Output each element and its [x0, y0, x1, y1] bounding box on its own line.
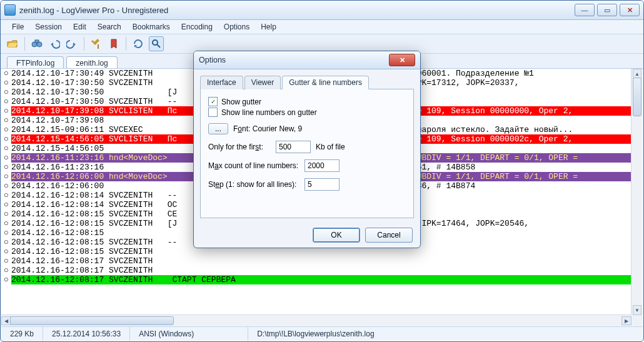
menu-bookmarks[interactable]: Bookmarks — [128, 21, 175, 33]
statusbar: 229 Kb 25.12.2014 10:56:33 ANSI (Windows… — [1, 326, 643, 341]
checkbox-icon[interactable] — [208, 97, 218, 106]
bullet-icon: ○ — [1, 209, 11, 219]
menu-encoding[interactable]: Encoding — [176, 21, 218, 33]
bullet-icon: ○ — [1, 106, 11, 116]
horizontal-scrollbar[interactable]: ◀ ▶ — [1, 314, 631, 326]
menu-search[interactable]: Search — [93, 21, 126, 33]
dialog-close-button[interactable]: ✕ — [389, 54, 415, 66]
log-line[interactable]: ○2014.12.16-12:08:17 SVCZENITH — [1, 256, 631, 266]
ok-button[interactable]: OK — [313, 228, 360, 243]
scroll-right-icon[interactable]: ▶ — [621, 316, 631, 325]
svg-rect-2 — [35, 40, 39, 43]
bullet-icon: ○ — [1, 181, 11, 191]
dialog-titlebar: Options ✕ — [194, 51, 420, 69]
dialog-body: InterfaceViewerGutter & line numbers Sho… — [194, 69, 420, 223]
options-tabs: InterfaceViewerGutter & line numbers — [200, 75, 414, 89]
show-gutter-label: Show gutter — [221, 98, 261, 106]
bullet-icon: ○ — [1, 134, 11, 144]
status-path: D:\tmp\!LB\logviewerplus\zenith.log — [248, 327, 643, 341]
refresh-icon[interactable] — [131, 37, 145, 51]
bullet-icon: ○ — [1, 266, 11, 275]
svg-point-4 — [153, 40, 158, 45]
bullet-icon: ○ — [1, 238, 11, 247]
toolbar-separator — [24, 37, 25, 51]
binoculars-icon[interactable] — [30, 37, 44, 51]
scroll-down-icon[interactable]: ▼ — [633, 305, 641, 315]
bullet-icon: ○ — [1, 153, 11, 163]
maximize-button[interactable]: ▭ — [597, 4, 617, 16]
step-label: Step (1: show for all lines): — [208, 180, 299, 189]
log-line[interactable]: ○2014.12.16-12:08:15 SVCZENITH — [1, 247, 631, 256]
minimize-button[interactable]: — — [575, 4, 595, 16]
bullet-icon: ○ — [1, 78, 11, 88]
bullet-icon: ○ — [1, 116, 11, 125]
step-input[interactable] — [304, 178, 340, 191]
bullet-icon: ○ — [1, 275, 11, 284]
only-first-label: Only for the first: — [208, 143, 271, 151]
scroll-thumb[interactable] — [633, 78, 641, 116]
scroll-thumb[interactable] — [10, 316, 174, 325]
menu-file[interactable]: File — [7, 21, 29, 33]
max-count-label: Max count of line numbers: — [208, 161, 299, 170]
bullet-icon: ○ — [1, 144, 11, 153]
menu-edit[interactable]: Edit — [68, 21, 91, 33]
dialog-title: Options — [199, 56, 389, 64]
cancel-button[interactable]: Cancel — [365, 228, 413, 243]
max-count-input[interactable] — [304, 159, 340, 172]
document-tab[interactable]: zenith.log — [66, 56, 117, 69]
menu-session[interactable]: Session — [30, 21, 67, 33]
bullet-icon: ○ — [1, 69, 11, 78]
svg-rect-3 — [98, 44, 99, 49]
log-line[interactable]: ○2014.12.16-12:08:17 SVCZENITH — [1, 266, 631, 275]
close-button[interactable]: ✕ — [620, 4, 640, 16]
document-tab[interactable]: FTPinfo.log — [7, 56, 64, 69]
main-window: zenith.log - LogViewer Pro - Unregistere… — [0, 0, 644, 342]
scroll-corner — [631, 315, 643, 326]
options-panel: Show gutter Show line numbers on gutter … — [200, 89, 414, 218]
bullet-icon: ○ — [1, 200, 11, 209]
show-line-numbers-label: Show line numbers on gutter — [221, 108, 317, 117]
bullet-icon: ○ — [1, 97, 11, 106]
titlebar: zenith.log - LogViewer Pro - Unregistere… — [1, 1, 643, 20]
options-tab[interactable]: Interface — [200, 76, 243, 89]
open-icon[interactable] — [6, 37, 19, 51]
bullet-icon: ○ — [1, 88, 11, 97]
vertical-scrollbar[interactable]: ▲ ▼ — [631, 69, 643, 315]
redo-icon[interactable] — [65, 37, 79, 51]
font-button[interactable]: ... — [208, 123, 228, 134]
only-first-input[interactable] — [276, 141, 311, 153]
menu-help[interactable]: Help — [256, 21, 281, 33]
bullet-icon: ○ — [1, 219, 11, 228]
filter-icon[interactable] — [149, 36, 164, 51]
bullet-icon: ○ — [1, 172, 11, 181]
status-datetime: 25.12.2014 10:56:33 — [43, 327, 130, 341]
options-tab[interactable]: Viewer — [244, 76, 281, 89]
app-icon — [4, 4, 16, 16]
toolbar-separator — [84, 37, 84, 51]
options-dialog: Options ✕ InterfaceViewerGutter & line n… — [193, 51, 421, 248]
show-line-numbers-checkbox[interactable]: Show line numbers on gutter — [208, 108, 406, 117]
toolbar-separator — [126, 37, 126, 51]
tools-icon[interactable] — [89, 37, 103, 51]
bullet-icon: ○ — [1, 125, 11, 134]
bullet-icon: ○ — [1, 228, 11, 238]
window-controls: — ▭ ✕ — [575, 4, 640, 16]
menu-options[interactable]: Options — [219, 21, 254, 33]
undo-icon[interactable] — [48, 37, 61, 51]
bullet-icon: ○ — [1, 163, 11, 172]
dialog-buttons: OK Cancel — [313, 228, 413, 243]
options-tab[interactable]: Gutter & line numbers — [282, 76, 369, 89]
bullet-icon: ○ — [1, 247, 11, 256]
status-encoding: ANSI (Windows) — [130, 327, 248, 341]
bookmark-icon[interactable] — [107, 37, 121, 51]
bullet-icon: ○ — [1, 256, 11, 266]
menubar: FileSessionEditSearchBookmarksEncodingOp… — [1, 20, 643, 34]
checkbox-icon[interactable] — [208, 108, 218, 117]
svg-line-5 — [157, 44, 160, 48]
status-size: 229 Kb — [1, 327, 43, 341]
log-line[interactable]: ○2014.12.16-12:08:17 SVCZENITH СТАРТ СЕР… — [1, 275, 631, 284]
font-label: Font: Courier New, 9 — [233, 124, 302, 133]
show-gutter-checkbox[interactable]: Show gutter — [208, 97, 406, 106]
window-title: zenith.log - LogViewer Pro - Unregistere… — [19, 6, 575, 15]
only-first-unit: Kb of file — [316, 143, 345, 151]
